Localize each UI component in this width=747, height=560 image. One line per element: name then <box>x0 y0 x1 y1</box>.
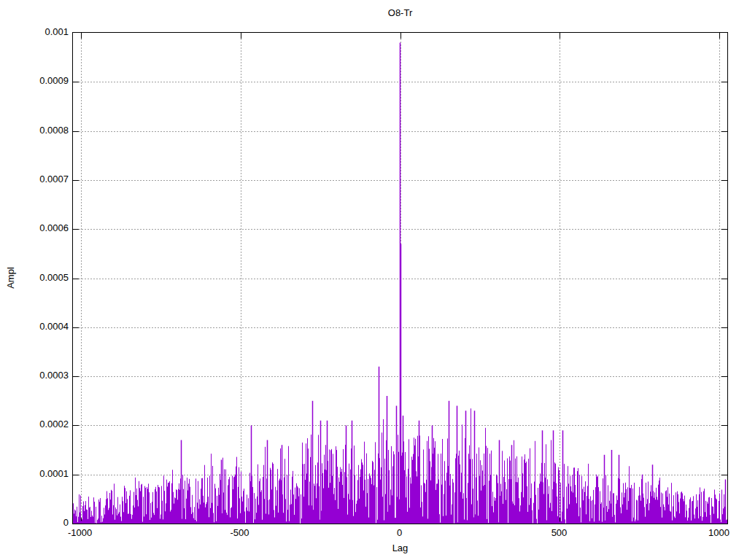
y-tick-label: 0.0007 <box>0 174 69 185</box>
y-tick-label: 0.0009 <box>0 75 69 87</box>
y-tick-label: 0.0002 <box>0 419 69 430</box>
x-tick-label: -1000 <box>51 527 109 539</box>
y-tick-label: 0.001 <box>0 26 69 38</box>
y-tick-label: 0.0005 <box>0 272 69 284</box>
plot-area <box>72 32 728 524</box>
y-tick-label: 0.0008 <box>0 125 69 136</box>
x-tick-label: 1000 <box>689 527 747 539</box>
x-tick-label: -500 <box>211 527 269 539</box>
y-tick-label: 0.0003 <box>0 370 69 381</box>
y-tick-label: 0.0001 <box>0 468 69 480</box>
y-tick-label: 0.0004 <box>0 321 69 332</box>
chart-title: O8-Tr <box>72 7 728 18</box>
y-tick-label: 0.0006 <box>0 222 69 234</box>
x-axis-label: Lag <box>72 542 728 553</box>
x-tick-label: 0 <box>371 527 429 539</box>
x-tick-label: 500 <box>530 527 588 539</box>
chart-canvas <box>73 33 727 524</box>
